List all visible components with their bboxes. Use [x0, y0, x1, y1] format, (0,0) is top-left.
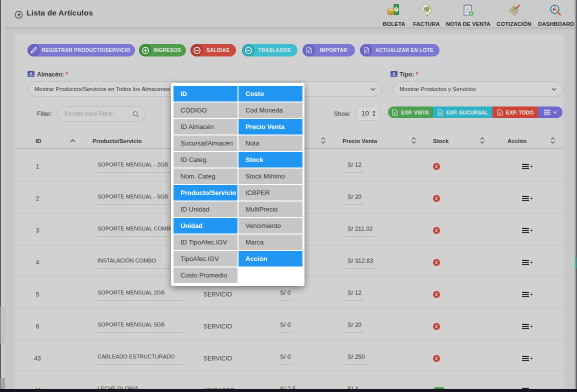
- svg-text:x: x: [394, 110, 396, 115]
- svg-text:x: x: [498, 110, 501, 115]
- svg-text:x: x: [439, 110, 442, 115]
- svg-text:x: x: [308, 49, 310, 52]
- svg-text:x: x: [365, 49, 367, 52]
